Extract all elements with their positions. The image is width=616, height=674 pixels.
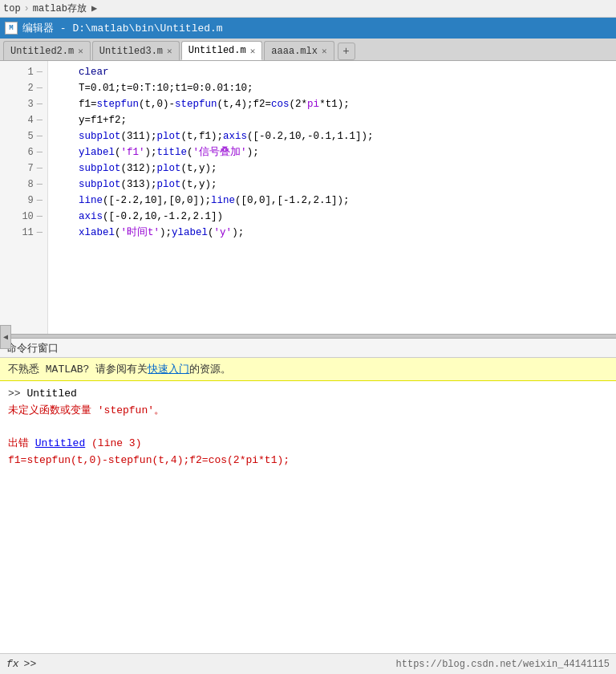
editor-title: 编辑器 - D:\matlab\bin\Untitled.m [22,21,223,35]
tab-aaaa[interactable]: aaaa.mlx ✕ [264,41,334,60]
code-line-6: ylabel('f1');title('信号叠加'); [55,144,610,160]
line-num-6: 6— [0,144,47,160]
main-container: top › matlab存放 ▶ M 编辑器 - D:\matlab\bin\U… [0,0,616,674]
line-num-5: 5— [0,128,47,144]
cmd-error-line1: 未定义函数或变量 'stepfun'。 [8,403,608,420]
code-line-5: subplot(311);plot(t,f1);axis([-0.2,10,-0… [55,128,610,144]
tab-aaaa-close[interactable]: ✕ [322,46,327,56]
cmd-notice-text: 不熟悉 MATLAB? 请参阅有关 [8,363,148,376]
tab-untitled3-close[interactable]: ✕ [167,46,172,56]
line-num-3: 3— [0,96,47,112]
editor-file-icon: M [5,22,18,35]
code-line-9: line([-2.2,10],[0,0]);line([0,0],[-1.2,2… [55,193,610,209]
line-numbers: 1— 2— 3— 4— 5— 6— 7— 8— 9— 10— 11— [0,61,48,334]
code-line-2: T=0.01;t=0:T:10;t1=0:0.01:10; [55,80,610,96]
bottom-url: https://blog.csdn.net/weixin_44141115 [396,659,610,670]
code-content[interactable]: clear T=0.01;t=0:T:10;t1=0:0.01:10; f1=s… [48,61,616,334]
editor-area: 1— 2— 3— 4— 5— 6— 7— 8— 9— 10— 11— clear… [0,61,616,334]
tab-untitled2[interactable]: Untitled2.m ✕ [3,41,91,60]
cmd-error-line2: 出错 Untitled (line 3) [8,436,608,453]
fx-label: fx [6,658,19,670]
line-num-2: 2— [0,80,47,96]
cmd-error-code-line: f1=stepfun(t,0)-stepfun(t,4);f2=cos(2*pi… [8,453,608,469]
editor-titlebar: M 编辑器 - D:\matlab\bin\Untitled.m [0,18,616,39]
cmd-notice-suffix: 的资源。 [189,363,231,376]
code-line-11: xlabel('时间t');ylabel('y'); [55,225,610,241]
line-num-7: 7— [0,160,47,177]
cmd-notice: 不熟悉 MATLAB? 请参阅有关快速入门的资源。 [0,358,616,381]
tabs-bar: Untitled2.m ✕ Untitled3.m ✕ Untitled.m ✕… [0,39,616,61]
breadcrumb-sep1: › [24,3,30,14]
cmd-command: Untitled [26,388,76,400]
cmd-section: ◀ 命令行窗口 不熟悉 MATLAB? 请参阅有关快速入门的资源。 >> Unt… [0,339,616,674]
cmd-title: 命令行窗口 [6,341,59,355]
code-line-7: subplot(312);plot(t,y); [55,160,610,177]
line-num-10: 10— [0,209,47,225]
tab-untitled-close[interactable]: ✕ [250,46,256,56]
tab-untitled2-close[interactable]: ✕ [78,46,83,56]
left-panel-toggle[interactable]: ◀ [0,325,11,349]
line-num-9: 9— [0,193,47,209]
tab-untitled3-label: Untitled3.m [99,46,163,57]
line-num-8: 8— [0,177,47,193]
tab-aaaa-label: aaaa.mlx [271,46,318,57]
cmd-header: 命令行窗口 [0,339,616,358]
tab-untitled[interactable]: Untitled.m ✕ [181,41,263,60]
line-num-4: 4— [0,112,47,128]
breadcrumb-top[interactable]: top [3,3,21,14]
breadcrumb-matlab[interactable]: matlab存放 [33,2,87,15]
tab-untitled2-label: Untitled2.m [10,46,74,57]
code-line-8: subplot(313);plot(t,y); [55,177,610,193]
cmd-notice-link[interactable]: 快速入门 [148,363,189,376]
breadcrumb-arrow: ▶ [91,2,97,14]
cmd-body[interactable]: >> Untitled 未定义函数或变量 'stepfun'。 出错 Untit… [0,381,616,674]
cmd-error-location: (line 3) [85,437,141,449]
cmd-prompt-line: >> Untitled [8,386,608,403]
code-line-10: axis([-0.2,10,-1.2,2.1]) [55,209,610,225]
tab-untitled-label: Untitled.m [188,45,246,56]
bottom-bar: fx >> https://blog.csdn.net/weixin_44141… [0,653,616,674]
breadcrumb-bar: top › matlab存放 ▶ [0,0,616,18]
cmd-error-label: 出错 [8,437,35,449]
code-line-3: f1=stepfun(t,0)-stepfun(t,4);f2=cos(2*pi… [55,96,610,112]
line-num-11: 11— [0,225,47,241]
code-line-1: clear [55,64,610,80]
tab-add-button[interactable]: + [338,43,355,60]
code-line-4: y=f1+f2; [55,112,610,128]
cmd-error-file-link[interactable]: Untitled [35,437,85,449]
bottom-left: fx >> [6,658,36,670]
line-num-1: 1— [0,64,47,80]
cmd-prompt-symbol: >> [8,388,26,400]
tab-untitled3[interactable]: Untitled3.m ✕ [92,41,180,60]
cmd-bottom-prompt: >> [24,658,37,670]
